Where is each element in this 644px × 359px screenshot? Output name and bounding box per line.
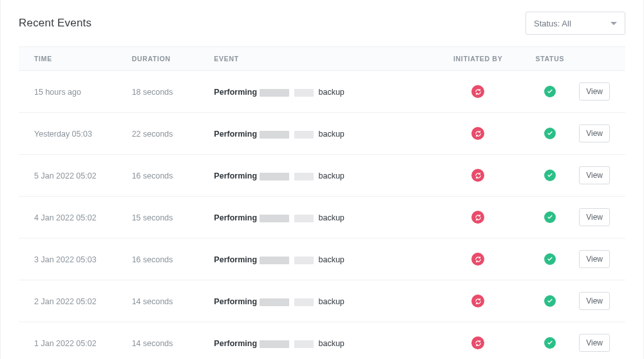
redacted-text — [294, 89, 314, 97]
view-button[interactable]: View — [579, 292, 610, 310]
cell-event: Performing backup — [214, 171, 344, 180]
status-success-icon — [544, 211, 556, 223]
status-filter-label: Status: All — [534, 19, 571, 28]
redacted-text — [260, 298, 289, 306]
table-row: 15 hours ago18 secondsPerforming backupV… — [19, 71, 625, 113]
initiator-avatar-icon — [471, 85, 484, 98]
col-header-time: TIME — [19, 47, 132, 71]
table-row: 4 Jan 2022 05:0215 secondsPerforming bac… — [19, 197, 625, 238]
redacted-text — [260, 131, 289, 139]
redacted-text — [294, 215, 314, 222]
cell-duration: 16 seconds — [132, 171, 173, 180]
col-header-initiated: INITIATED BY — [433, 47, 522, 71]
col-header-duration: DURATION — [132, 47, 214, 71]
cell-duration: 18 seconds — [132, 88, 173, 97]
events-panel: Recent Events Status: All TIME DURATION … — [0, 0, 644, 359]
view-button[interactable]: View — [579, 250, 610, 268]
cell-event: Performing backup — [214, 255, 344, 264]
cell-duration: 14 seconds — [132, 297, 173, 306]
cell-time: 5 Jan 2022 05:02 — [34, 171, 97, 180]
col-header-action — [577, 47, 625, 71]
cell-time: 4 Jan 2022 05:02 — [34, 213, 97, 222]
status-success-icon — [544, 295, 556, 307]
status-success-icon — [544, 170, 556, 181]
view-button[interactable]: View — [579, 124, 610, 142]
table-header-row: TIME DURATION EVENT INITIATED BY STATUS — [19, 47, 625, 71]
redacted-text — [260, 215, 289, 222]
cell-event: Performing backup — [214, 339, 344, 348]
table-row: 1 Jan 2022 05:0214 secondsPerforming bac… — [19, 322, 625, 360]
redacted-text — [260, 257, 289, 264]
cell-duration: 16 seconds — [132, 255, 173, 264]
initiator-avatar-icon — [471, 253, 484, 266]
view-button[interactable]: View — [579, 334, 610, 352]
cell-time: 3 Jan 2022 05:03 — [34, 255, 97, 264]
cell-duration: 22 seconds — [132, 130, 173, 139]
status-success-icon — [544, 128, 556, 139]
events-table: TIME DURATION EVENT INITIATED BY STATUS … — [19, 46, 625, 359]
redacted-text — [294, 298, 314, 306]
chevron-down-icon — [611, 22, 617, 25]
initiator-avatar-icon — [471, 336, 484, 349]
table-row: 5 Jan 2022 05:0216 secondsPerforming bac… — [19, 155, 625, 197]
cell-time: 1 Jan 2022 05:02 — [34, 339, 97, 348]
table-row: 3 Jan 2022 05:0316 secondsPerforming bac… — [19, 238, 625, 280]
col-header-status: STATUS — [522, 47, 577, 71]
cell-time: 2 Jan 2022 05:02 — [34, 297, 97, 306]
view-button[interactable]: View — [579, 208, 610, 226]
cell-duration: 14 seconds — [132, 339, 173, 348]
redacted-text — [294, 340, 314, 348]
initiator-avatar-icon — [471, 127, 484, 140]
status-success-icon — [544, 337, 556, 349]
panel-header: Recent Events Status: All — [19, 0, 625, 46]
redacted-text — [260, 89, 289, 97]
view-button[interactable]: View — [579, 82, 610, 101]
initiator-avatar-icon — [471, 169, 484, 182]
view-button[interactable]: View — [579, 166, 610, 184]
cell-time: Yesterday 05:03 — [34, 130, 92, 139]
status-filter-dropdown[interactable]: Status: All — [526, 12, 625, 35]
cell-duration: 15 seconds — [132, 213, 173, 222]
redacted-text — [260, 173, 289, 180]
cell-time: 15 hours ago — [34, 88, 81, 97]
redacted-text — [294, 257, 314, 264]
col-header-event: EVENT — [214, 47, 433, 71]
redacted-text — [294, 131, 314, 139]
cell-event: Performing backup — [214, 130, 344, 139]
cell-event: Performing backup — [214, 213, 344, 222]
initiator-avatar-icon — [471, 211, 484, 224]
status-success-icon — [544, 86, 556, 97]
redacted-text — [294, 173, 314, 180]
initiator-avatar-icon — [471, 295, 484, 307]
status-success-icon — [544, 253, 556, 265]
table-row: Yesterday 05:0322 secondsPerforming back… — [19, 113, 625, 155]
cell-event: Performing backup — [214, 88, 344, 97]
redacted-text — [260, 340, 289, 348]
panel-title: Recent Events — [19, 17, 91, 30]
table-row: 2 Jan 2022 05:0214 secondsPerforming bac… — [19, 280, 625, 322]
cell-event: Performing backup — [214, 297, 344, 306]
